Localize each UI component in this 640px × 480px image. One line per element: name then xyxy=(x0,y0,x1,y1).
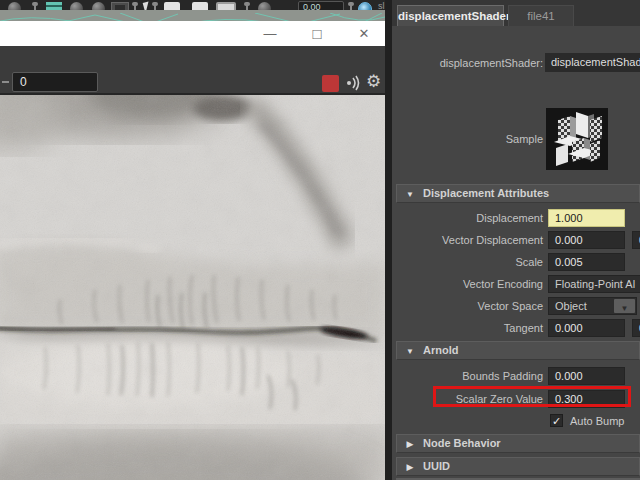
attr-row-vector-encoding: Vector Encoding Floating-Point Al xyxy=(392,274,640,296)
live-render-icon xyxy=(345,74,363,92)
attr-label: Tangent xyxy=(392,322,543,334)
dropdown-value: Object xyxy=(555,300,587,312)
attr-label: Scalar Zero Value xyxy=(392,393,543,405)
chevron-down-icon: ▼ xyxy=(621,304,629,313)
triangle-down-icon: ▼ xyxy=(397,343,423,360)
auto-bump-checkbox[interactable]: ✓ xyxy=(550,414,563,427)
shelf-layers-icon[interactable] xyxy=(46,2,62,10)
attr-label: Bounds Padding xyxy=(392,370,543,382)
section-uuid[interactable]: ▶UUID xyxy=(396,457,640,476)
shelf-sphere-icon[interactable] xyxy=(92,2,105,10)
sample-swatch[interactable] xyxy=(546,108,608,170)
displacement-field[interactable]: 1.000 xyxy=(548,209,625,227)
attr-row-vector-space: Vector Space Object ▼ xyxy=(392,296,640,318)
vector-encoding-dropdown[interactable]: Floating-Point Al xyxy=(548,275,640,293)
frame-number-field[interactable]: 0 xyxy=(12,72,98,92)
viewport-wireframe-strip xyxy=(0,10,385,21)
section-node-behavior[interactable]: ▶Node Behavior xyxy=(396,434,640,453)
screenshot-root: 0.00 sl xyxy=(0,0,640,480)
lips-render-art xyxy=(0,95,385,480)
shelf-sphere-icon[interactable] xyxy=(258,2,271,10)
shelf-pin-icon[interactable] xyxy=(154,2,156,10)
attr-row-auto-bump: ✓ Auto Bump xyxy=(392,412,640,432)
shelf-blue-toggle-icon[interactable] xyxy=(358,2,372,10)
wireframe-lines xyxy=(0,13,385,21)
shelf-image-icon[interactable] xyxy=(216,2,236,10)
attr-row-scale: Scale 0.005 xyxy=(392,252,640,274)
attribute-editor-tabbar: displacementShader2 file41 xyxy=(392,0,640,26)
tangent-field-x[interactable]: 0.000 xyxy=(548,319,625,337)
shelf-pin-icon[interactable] xyxy=(34,2,36,10)
shelf-square-icon[interactable] xyxy=(192,2,208,10)
shelf-pin-icon[interactable] xyxy=(350,2,352,10)
bounds-padding-field[interactable]: 0.000 xyxy=(548,367,625,385)
shader-name-label: displacementShader: xyxy=(392,57,543,69)
vector-displacement-field-y[interactable]: 0.0 xyxy=(632,231,640,249)
tab-file41[interactable]: file41 xyxy=(508,5,574,26)
sample-label: Sample xyxy=(392,133,543,145)
vector-space-dropdown[interactable]: Object ▼ xyxy=(548,297,637,315)
section-title: Node Behavior xyxy=(423,437,501,449)
shelf-overflow-text: sl xyxy=(378,1,385,10)
cropped-label-dash xyxy=(2,81,9,83)
scalar-zero-value-field[interactable]: 0.300 xyxy=(548,390,625,408)
attr-row-scalar-zero-value: Scalar Zero Value 0.300 xyxy=(392,389,640,411)
rendered-lips-image xyxy=(0,95,385,480)
shelf-square-icon[interactable] xyxy=(164,2,180,10)
attr-row-displacement: Displacement 1.000 xyxy=(392,208,640,230)
tangent-field-y[interactable]: 0.0 xyxy=(632,319,640,337)
attr-label: Displacement xyxy=(392,212,543,224)
window-titlebar: — □ ✕ xyxy=(0,21,385,46)
attr-label: Vector Space xyxy=(392,300,543,312)
attribute-editor-panel: displacementShader2 file41 displacementS… xyxy=(392,0,640,480)
attr-label: Vector Encoding xyxy=(392,278,543,290)
maximize-icon: □ xyxy=(312,25,321,42)
render-view-window: — □ ✕ 0 ⚙ xyxy=(0,21,385,480)
dropdown-value: Floating-Point Al xyxy=(555,278,635,290)
shader-name-field[interactable]: displacementShad xyxy=(545,53,640,72)
attr-row-vector-displacement: Vector Displacement 0.000 0.0 xyxy=(392,230,640,252)
section-title: Arnold xyxy=(423,344,458,356)
app-shelf-toolbar: 0.00 sl xyxy=(0,0,385,10)
live-render-button[interactable] xyxy=(345,74,363,92)
left-region: 0.00 sl xyxy=(0,0,385,480)
tab-displacementshader2[interactable]: displacementShader2 xyxy=(397,5,504,26)
shelf-number-field[interactable]: 0.00 xyxy=(298,1,344,10)
scale-field[interactable]: 0.005 xyxy=(548,253,625,271)
triangle-right-icon: ▶ xyxy=(397,459,423,476)
stop-render-button[interactable] xyxy=(322,75,339,92)
attr-row-bounds-padding: Bounds Padding 0.000 xyxy=(392,366,640,388)
close-icon: ✕ xyxy=(359,26,370,41)
displacement-sample-icon xyxy=(546,108,608,170)
shelf-pressed-button[interactable] xyxy=(111,2,129,10)
section-title: Displacement Attributes xyxy=(423,187,549,199)
minimize-button[interactable]: — xyxy=(253,21,287,46)
gear-icon: ⚙ xyxy=(366,72,381,91)
maximize-button[interactable]: □ xyxy=(300,21,334,46)
shelf-sphere-icon[interactable] xyxy=(8,2,21,10)
vector-displacement-field-x[interactable]: 0.000 xyxy=(548,231,625,249)
shelf-cursor-icon[interactable] xyxy=(143,1,152,10)
section-arnold[interactable]: ▼Arnold xyxy=(396,341,640,360)
attr-label: Scale xyxy=(392,256,543,268)
triangle-right-icon: ▶ xyxy=(397,436,423,453)
section-title: UUID xyxy=(423,460,450,472)
check-icon: ✓ xyxy=(552,415,561,427)
close-button[interactable]: ✕ xyxy=(347,21,381,46)
attr-row-tangent: Tangent 0.000 0.0 xyxy=(392,318,640,340)
render-view-toolbar: 0 ⚙ xyxy=(0,46,385,95)
shelf-pin-icon[interactable] xyxy=(246,2,248,10)
settings-button[interactable]: ⚙ xyxy=(364,72,383,92)
attr-label: Vector Displacement xyxy=(392,234,543,246)
section-displacement-attributes[interactable]: ▼Displacement Attributes xyxy=(396,184,640,203)
dropdown-arrow-button[interactable]: ▼ xyxy=(614,299,635,313)
minimize-icon: — xyxy=(264,26,277,41)
auto-bump-label: Auto Bump xyxy=(570,415,624,427)
triangle-down-icon: ▼ xyxy=(397,186,423,203)
shelf-pin-icon[interactable] xyxy=(134,2,136,10)
shelf-sphere-icon[interactable] xyxy=(70,2,83,10)
